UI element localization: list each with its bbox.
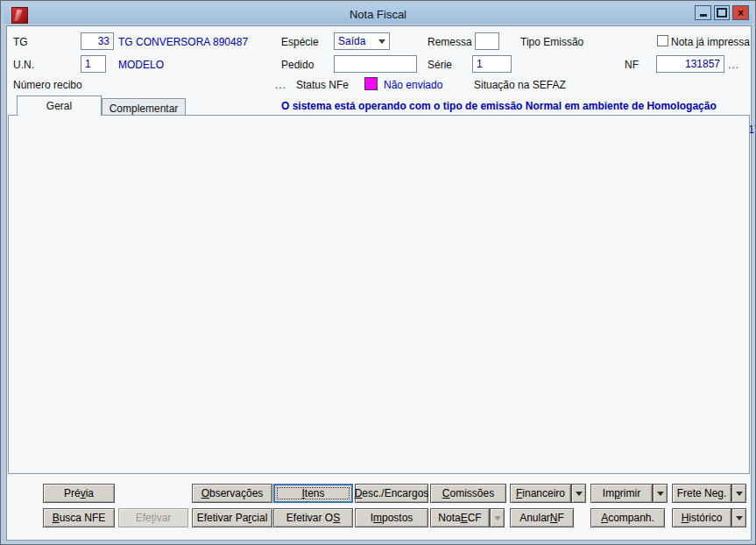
efetivar-os-button[interactable]: Efetivar OS [273, 508, 353, 527]
serie-input[interactable]: 1 [472, 55, 512, 73]
nf-more-button[interactable]: ... [728, 59, 739, 71]
pedido-label: Pedido [281, 59, 314, 71]
chevron-down-icon [657, 492, 664, 499]
tab-geral[interactable]: Geral [17, 96, 102, 116]
tg-label: TG [13, 36, 28, 48]
observacoes-button[interactable]: Observações [192, 484, 272, 503]
efetivar-parcial-button[interactable]: Efetivar Parcial [192, 508, 272, 527]
comissoes-button[interactable]: Comissões [430, 484, 506, 503]
nota-ja-impressa-checkbox[interactable] [657, 35, 668, 46]
situacao-sefaz-label: Situação na SEFAZ [474, 79, 566, 91]
acompanh-button[interactable]: Acompanh. [590, 508, 665, 527]
anular-nf-button[interactable]: Anular NF [510, 508, 574, 527]
un-label: U.N. [13, 59, 34, 71]
chevron-down-icon [736, 516, 743, 524]
tab-page-geral [8, 115, 750, 474]
nota-ja-impressa-label: Nota já impressa [671, 36, 750, 48]
especie-label: Espécie [281, 36, 319, 48]
un-desc: MODELO [118, 59, 164, 71]
impostos-button[interactable]: Impostos [355, 508, 428, 527]
historico-button[interactable]: Histórico [672, 508, 731, 527]
nota-ecf-dropdown-button[interactable] [490, 508, 505, 527]
chevron-down-icon [576, 492, 583, 499]
numero-recibo-label: Número recibo [13, 79, 82, 91]
desc-encargos-button[interactable]: Desc./Encargos [355, 484, 428, 503]
window-title: Nota Fiscal [4, 8, 752, 21]
pedido-input[interactable] [334, 55, 417, 73]
nf-input[interactable]: 131857 [656, 55, 724, 73]
tipo-emissao-label: Tipo Emissão [520, 36, 583, 48]
efetivar-button[interactable]: Efetivar [118, 508, 188, 527]
nfe-status-text: Não enviado [384, 79, 442, 91]
environment-banner: O sistema está operando com o tipo de em… [281, 100, 717, 112]
un-input[interactable]: 1 [81, 55, 106, 73]
remessa-input[interactable] [475, 32, 499, 50]
tg-desc: TG CONVERSORA 890487 [118, 36, 248, 48]
historico-dropdown-button[interactable] [731, 508, 746, 527]
numero-recibo-more-button[interactable]: ... [275, 79, 286, 91]
previa-button[interactable]: Prévia [43, 484, 115, 503]
financeiro-button[interactable]: Financeiro [510, 484, 571, 503]
frete-neg-button[interactable]: Frete Neg. [672, 484, 731, 503]
busca-nfe-button[interactable]: Busca NFE [43, 508, 115, 527]
imprimir-dropdown-button[interactable] [653, 484, 668, 503]
status-nfe-label: Status NFe [296, 79, 349, 91]
minimize-icon [700, 14, 707, 17]
financeiro-dropdown-button[interactable] [571, 484, 586, 503]
chevron-down-icon [736, 492, 743, 499]
chevron-down-icon [494, 516, 501, 524]
chevron-down-icon [378, 39, 385, 47]
nf-label: NF [625, 59, 639, 71]
itens-button[interactable]: Itens [273, 484, 353, 503]
remessa-label: Remessa [427, 36, 472, 48]
frete-neg-dropdown-button[interactable] [731, 484, 746, 503]
nota-ecf-button[interactable]: Nota ECF [430, 508, 490, 527]
maximize-button[interactable] [714, 5, 730, 20]
maximize-icon [717, 8, 727, 18]
nfe-status-swatch [364, 77, 378, 90]
nota-fiscal-window: Nota Fiscal × TG 33 TG CONVERSORA 890487… [0, 0, 756, 545]
tg-input[interactable]: 33 [81, 32, 114, 50]
especie-select[interactable]: Saída [334, 32, 390, 50]
title-bar: Nota Fiscal [4, 4, 752, 24]
close-icon: × [738, 7, 744, 19]
close-button[interactable]: × [732, 5, 749, 20]
imprimir-button[interactable]: Imprimir [590, 484, 653, 503]
tab-complementar[interactable]: Complementar [102, 98, 186, 116]
minimize-button[interactable] [695, 5, 711, 20]
serie-label: Série [427, 59, 452, 71]
